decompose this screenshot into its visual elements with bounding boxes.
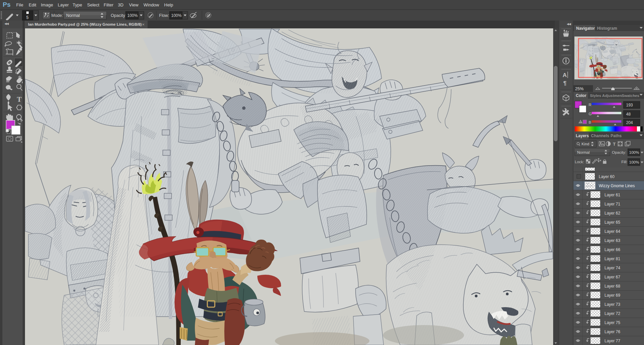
svg-text:T: T xyxy=(17,95,22,103)
svg-text:Navigator: Navigator xyxy=(576,26,595,31)
svg-text:Layer 71: Layer 71 xyxy=(604,202,620,206)
svg-text:Layer 75: Layer 75 xyxy=(604,320,620,325)
svg-text:A: A xyxy=(563,72,567,78)
svg-text:Flow:: Flow: xyxy=(159,13,169,18)
svg-text:R: R xyxy=(589,103,591,107)
svg-text:Color: Color xyxy=(576,93,587,98)
svg-text:100%: 100% xyxy=(629,150,639,154)
svg-text:Adjustmen: Adjustmen xyxy=(602,94,622,98)
svg-text:Layer 77: Layer 77 xyxy=(604,339,620,343)
svg-text:5: 5 xyxy=(26,15,29,20)
svg-text:Layer 69: Layer 69 xyxy=(604,293,620,298)
svg-text:Normal: Normal xyxy=(66,13,80,18)
svg-text:G: G xyxy=(589,112,592,116)
svg-text:Channels: Channels xyxy=(591,133,609,138)
svg-text:Layer 62: Layer 62 xyxy=(604,211,620,216)
svg-text:100%: 100% xyxy=(629,160,639,164)
svg-text:204: 204 xyxy=(626,120,633,125)
svg-text:Layer 61: Layer 61 xyxy=(604,193,620,197)
svg-text:◀◀: ◀◀ xyxy=(567,22,571,26)
svg-text:Layer 67: Layer 67 xyxy=(604,275,620,279)
svg-text:100%: 100% xyxy=(171,13,182,18)
svg-text:48: 48 xyxy=(626,112,631,117)
svg-text:¶: ¶ xyxy=(563,80,566,87)
svg-text:Layer 68: Layer 68 xyxy=(604,284,620,289)
svg-text:T: T xyxy=(613,142,616,147)
svg-text:Layer 63: Layer 63 xyxy=(604,238,620,243)
svg-text:Layer 73: Layer 73 xyxy=(604,302,620,307)
svg-text:Mode:: Mode: xyxy=(51,13,63,18)
svg-text:Swatches: Swatches xyxy=(622,94,639,98)
svg-text:Layers: Layers xyxy=(576,133,589,138)
svg-text:25%: 25% xyxy=(575,87,584,91)
svg-text:Layer 65: Layer 65 xyxy=(604,220,620,225)
svg-text:Layer 60: Layer 60 xyxy=(599,174,615,179)
svg-text:Opacity:: Opacity: xyxy=(111,13,126,18)
svg-text:Layer 64: Layer 64 xyxy=(604,229,620,234)
svg-text:Layer 74: Layer 74 xyxy=(604,266,620,270)
svg-text:Layer 66: Layer 66 xyxy=(604,247,620,252)
svg-text:193: 193 xyxy=(626,103,633,107)
svg-text:Layer 76: Layer 76 xyxy=(604,329,620,334)
svg-text:Wizzy Gnome Lines: Wizzy Gnome Lines xyxy=(599,183,635,188)
svg-text:Normal: Normal xyxy=(577,150,590,154)
svg-text:Lock:: Lock: xyxy=(575,160,584,164)
svg-text:Layer 81: Layer 81 xyxy=(604,256,620,261)
svg-text:Fill:: Fill: xyxy=(621,160,627,164)
svg-text:Histogram: Histogram xyxy=(597,26,617,31)
svg-text:Layer 72: Layer 72 xyxy=(604,311,620,316)
svg-text:Kind: Kind xyxy=(582,142,589,146)
svg-text:Opacity:: Opacity: xyxy=(612,150,626,154)
svg-text:!: ! xyxy=(580,120,581,123)
svg-text:B: B xyxy=(589,120,591,124)
svg-text:Paths: Paths xyxy=(611,133,622,138)
svg-text:100%: 100% xyxy=(127,13,138,18)
svg-text:Styles: Styles xyxy=(590,94,601,98)
